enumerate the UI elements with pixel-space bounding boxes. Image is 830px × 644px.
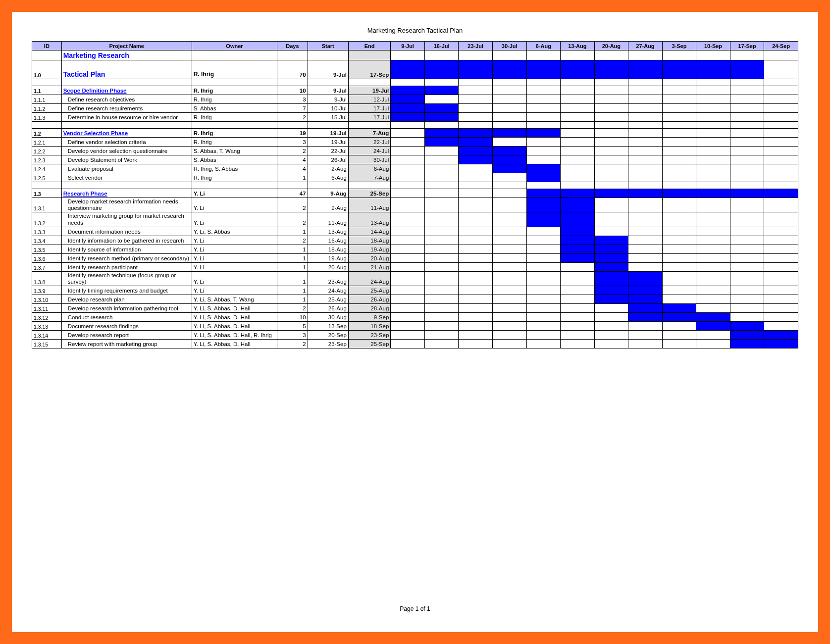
spacer-row: [32, 122, 798, 129]
gantt-cell: [662, 227, 696, 236]
gantt-cell: [561, 271, 595, 286]
cell-id: 1.3.14: [32, 331, 62, 340]
col-header-name: Project Name: [61, 42, 192, 50]
gantt-cell: [492, 331, 526, 340]
cell-owner: Y. Li, S. Abbas, D. Hall: [192, 304, 277, 313]
cell-days: 4: [277, 164, 308, 173]
gantt-cell: [696, 304, 730, 313]
col-header-end: End: [348, 42, 391, 50]
gantt-cell: [424, 129, 459, 138]
task-row: 1.3.14Develop research reportY. Li, S. A…: [32, 331, 798, 340]
cell-start: 19-Aug: [308, 253, 348, 262]
gantt-cell: [561, 60, 595, 79]
gantt-cell: [391, 113, 425, 122]
gantt-cell: [764, 189, 798, 198]
cell-name: Identify information to be gathered in r…: [61, 236, 192, 245]
cell-end: 7-Aug: [348, 129, 391, 138]
gantt-cell: [459, 340, 493, 348]
cell-name: Vendor Selection Phase: [61, 129, 192, 138]
cell-id: 1.1.2: [32, 104, 62, 113]
cell-start: 30-Aug: [308, 313, 348, 322]
cell-owner: Y. Li, S. Abbas, D. Hall: [192, 340, 277, 348]
task-row: 1.3.11Develop research information gathe…: [32, 304, 798, 313]
gantt-cell: [459, 227, 493, 236]
gantt-cell: [424, 295, 459, 304]
gantt-cell: [764, 227, 798, 236]
cell-days: [277, 50, 308, 60]
gantt-cell: [391, 164, 425, 173]
gantt-cell: [561, 198, 595, 212]
gantt-cell: [459, 60, 493, 79]
cell-owner: Y. Li: [192, 286, 277, 295]
cell-name: Select vendor: [61, 173, 192, 182]
cell-id: 1.1.1: [32, 95, 62, 104]
gantt-cell: [492, 138, 526, 147]
gantt-cell: [628, 262, 663, 271]
cell-days: 2: [277, 236, 308, 245]
task-row: 1.3.5Identify source of informationY. Li…: [32, 245, 798, 253]
cell-end: 23-Sep: [348, 331, 391, 340]
gantt-cell: [764, 95, 798, 104]
gantt-cell: [662, 271, 696, 286]
gantt-cell: [492, 340, 526, 348]
gantt-cell: [730, 227, 764, 236]
gantt-cell: [730, 286, 764, 295]
cell-id: 1.2.3: [32, 155, 62, 164]
gantt-cell: [526, 253, 561, 262]
col-header-week: 6-Aug: [526, 42, 561, 50]
gantt-cell: [492, 155, 526, 164]
gantt-cell: [662, 173, 696, 182]
phase-row: 1.1Scope Definition PhaseR. Ihrig109-Jul…: [32, 86, 798, 95]
gantt-cell: [628, 253, 663, 262]
gantt-cell: [492, 104, 526, 113]
cell-days: 1: [277, 286, 308, 295]
cell-name: Identify timing requirements and budget: [61, 286, 192, 295]
gantt-cell: [459, 245, 493, 253]
gantt-cell: [424, 198, 459, 212]
gantt-cell: [391, 129, 425, 138]
gantt-cell: [391, 322, 425, 331]
gantt-cell: [492, 189, 526, 198]
gantt-cell: [594, 227, 628, 236]
cell-name: Conduct research: [61, 313, 192, 322]
task-row: 1.3.8Identify research technique (focus …: [32, 271, 798, 286]
cell-owner: R. Ihrig: [192, 60, 277, 79]
cell-start: 11-Aug: [308, 212, 348, 227]
gantt-cell: [561, 173, 595, 182]
gantt-cell: [628, 129, 663, 138]
col-header-week: 30-Jul: [492, 42, 526, 50]
gantt-cell: [730, 113, 764, 122]
cell-name: Develop research report: [61, 331, 192, 340]
cell-id: 1.0: [32, 60, 62, 79]
cell-end: 17-Jul: [348, 104, 391, 113]
gantt-cell: [459, 113, 493, 122]
gantt-cell: [526, 113, 561, 122]
gantt-cell: [526, 212, 561, 227]
gantt-cell: [459, 147, 493, 155]
gantt-cell: [561, 138, 595, 147]
gantt-cell: [628, 86, 663, 95]
gantt-cell: [492, 86, 526, 95]
phase-row: 1.3Research PhaseY. Li479-Aug25-Sep: [32, 189, 798, 198]
gantt-cell: [696, 245, 730, 253]
gantt-cell: [424, 245, 459, 253]
gantt-cell: [764, 322, 798, 331]
task-row: 1.3.6Identify research method (primary o…: [32, 253, 798, 262]
gantt-cell: [424, 271, 459, 286]
gantt-cell: [561, 262, 595, 271]
cell-owner: [192, 50, 277, 60]
gantt-cell: [696, 147, 730, 155]
gantt-cell: [561, 155, 595, 164]
gantt-cell: [628, 147, 663, 155]
gantt-cell: [594, 313, 628, 322]
gantt-cell: [391, 262, 425, 271]
task-row: 1.2.4Evaluate proposalR. Ihrig, S. Abbas…: [32, 164, 798, 173]
col-header-days: Days: [277, 42, 308, 50]
gantt-cell: [459, 313, 493, 322]
cell-start: 23-Aug: [308, 271, 348, 286]
cell-owner: Y. Li: [192, 236, 277, 245]
gantt-cell: [628, 212, 663, 227]
cell-days: 2: [277, 198, 308, 212]
cell-end: 7-Aug: [348, 173, 391, 182]
gantt-cell: [526, 164, 561, 173]
